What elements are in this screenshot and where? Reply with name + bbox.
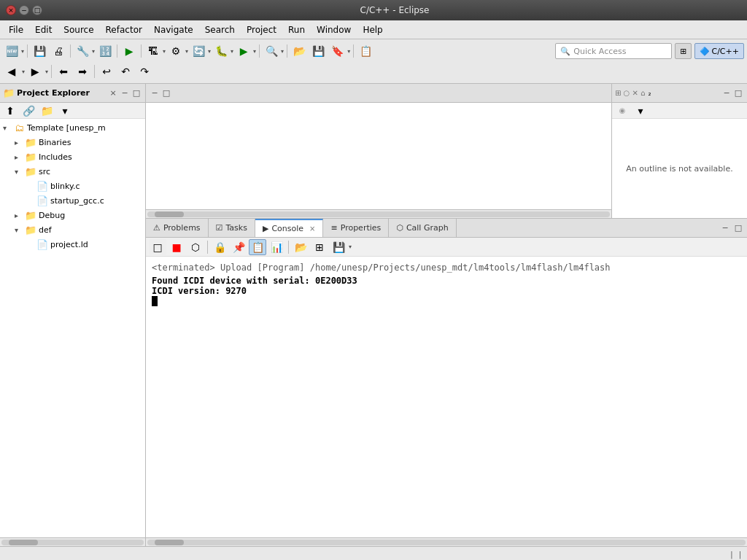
new-dropdown[interactable]: ▾ [21, 48, 24, 55]
console-scrolllock-btn[interactable]: 🔒 [211, 239, 228, 255]
menu-item-navigate[interactable]: Navigate [148, 23, 199, 37]
tools-dropdown[interactable]: ▾ [92, 48, 95, 55]
search-btn[interactable]: 🔍 [263, 43, 280, 59]
tree-item-src[interactable]: ▾📁src [0, 164, 145, 179]
tree-item-template[interactable]: ▾🗂Template [unesp_m [0, 120, 145, 135]
console-tab-console[interactable]: ▶Console× [255, 219, 324, 237]
sidebar-menu-button[interactable]: ▾ [56, 103, 74, 119]
tree-arrow-src[interactable]: ▾ [15, 168, 25, 176]
binary-button[interactable]: 🔢 [96, 43, 114, 59]
quick-access-search[interactable]: 🔍 Quick Access [555, 43, 672, 59]
refresh-button[interactable]: 🔄 [190, 43, 207, 59]
editor-h-scrollbar[interactable] [146, 209, 611, 218]
sidebar-close-icon[interactable]: × [107, 88, 119, 99]
editor-maximize-icon[interactable]: □ [160, 88, 172, 99]
sidebar-h-scrollbar[interactable] [0, 537, 145, 546]
console-terminate-btn[interactable]: ■ [168, 239, 185, 255]
editor-content[interactable] [146, 103, 611, 209]
menu-item-refactor[interactable]: Refactor [100, 23, 148, 37]
back-button[interactable]: ◀ [3, 63, 20, 79]
maximize-button[interactable]: □ [32, 5, 42, 15]
console-display-btn[interactable]: 📊 [268, 239, 285, 255]
new-folder-button[interactable]: 📁 [38, 103, 55, 119]
tree-item-projectld[interactable]: 📄project.ld [0, 237, 145, 252]
refresh-dropdown[interactable]: ▾ [208, 48, 211, 55]
sidebar-maximize-icon[interactable]: □ [131, 88, 142, 99]
tree-item-debug[interactable]: ▸📁Debug [0, 208, 145, 222]
sidebar-minimize-icon[interactable]: − [119, 88, 131, 99]
tree-arrow-binaries[interactable]: ▸ [15, 139, 25, 147]
run2-dropdown[interactable]: ▾ [253, 48, 256, 55]
tree-arrow-def[interactable]: ▾ [15, 226, 25, 234]
tree-arrow-debug[interactable]: ▸ [15, 211, 25, 219]
last-edit-button[interactable]: ↩ [98, 63, 115, 79]
new-button[interactable]: 🆕 [3, 43, 20, 59]
menu-item-run[interactable]: Run [282, 23, 311, 37]
perspective-list-button[interactable]: ⊞ [675, 43, 692, 59]
console-split-btn[interactable]: ⊞ [311, 239, 328, 255]
redo-button[interactable]: ↷ [136, 63, 153, 79]
compile-button[interactable]: ⚙ [167, 43, 185, 59]
console-minimize-icon[interactable]: − [719, 222, 731, 234]
tree-item-blinky[interactable]: 📄blinky.c [0, 179, 145, 193]
tree-arrow-includes[interactable]: ▸ [15, 153, 25, 161]
console-save-btn[interactable]: 💾 [330, 239, 347, 255]
next-edit-button[interactable]: ➡ [74, 63, 91, 79]
back-dropdown[interactable]: ▾ [22, 69, 25, 75]
console-new-btn[interactable]: 📋 [249, 239, 266, 255]
menu-item-help[interactable]: Help [357, 23, 388, 37]
outline-menu-icon[interactable]: ▾ [632, 103, 649, 119]
console-tab-problems[interactable]: ⚠Problems [146, 219, 209, 237]
tree-item-def[interactable]: ▾📁def [0, 222, 145, 237]
build-button[interactable]: 🏗 [144, 43, 162, 59]
console-disconnect-btn[interactable]: ⬡ [187, 239, 204, 255]
console-tab-call graph[interactable]: ⬡Call Graph [389, 219, 456, 237]
window-controls[interactable]: × − □ [6, 5, 42, 15]
menu-item-source[interactable]: Source [58, 23, 99, 37]
search-dropdown[interactable]: ▾ [281, 48, 284, 55]
link-editor-button[interactable]: 🔗 [20, 103, 37, 119]
history-button[interactable]: 📋 [357, 43, 374, 59]
tree-item-binaries[interactable]: ▸📁Binaries [0, 135, 145, 149]
outline-minimize-icon[interactable]: − [721, 88, 732, 99]
menu-item-file[interactable]: File [3, 23, 29, 37]
menu-item-project[interactable]: Project [241, 23, 282, 37]
run2-button[interactable]: ▶ [235, 43, 252, 59]
console-clear-btn[interactable]: □ [149, 239, 166, 255]
tree-arrow-template[interactable]: ▾ [3, 124, 13, 132]
menu-item-edit[interactable]: Edit [29, 23, 58, 37]
bookmark-button[interactable]: 🔖 [328, 43, 346, 59]
console-tab-properties[interactable]: ≡Properties [323, 219, 389, 237]
bookmark-dropdown[interactable]: ▾ [347, 48, 350, 55]
debug-button[interactable]: 🐛 [212, 43, 230, 59]
console-save-dropdown[interactable]: ▾ [349, 244, 352, 250]
forward-dropdown[interactable]: ▾ [45, 69, 48, 75]
save2-button[interactable]: 💾 [309, 43, 327, 59]
minimize-button[interactable]: − [19, 5, 29, 15]
menu-item-search[interactable]: Search [199, 23, 241, 37]
console-open-btn[interactable]: 📂 [292, 239, 309, 255]
outline-maximize-icon[interactable]: □ [732, 88, 744, 99]
outline-sync-icon[interactable]: ◉ [614, 103, 631, 119]
tree-item-startup[interactable]: 📄startup_gcc.c [0, 193, 145, 208]
console-maximize-icon[interactable]: □ [732, 222, 744, 234]
compile-dropdown[interactable]: ▾ [185, 48, 188, 55]
tree-item-includes[interactable]: ▸📁Includes [0, 149, 145, 164]
tools-button[interactable]: 🔧 [74, 43, 91, 59]
prev-edit-button[interactable]: ⬅ [55, 63, 72, 79]
tab-close-console[interactable]: × [309, 225, 315, 233]
console-pin-btn[interactable]: 📌 [230, 239, 247, 255]
open-button[interactable]: 📂 [290, 43, 308, 59]
close-button[interactable]: × [6, 5, 16, 15]
undo-button[interactable]: ↶ [117, 63, 134, 79]
console-h-scrollbar[interactable] [146, 537, 747, 546]
editor-minimize-icon[interactable]: − [149, 88, 160, 99]
collapse-all-button[interactable]: ⬆ [1, 103, 19, 119]
save-button[interactable]: 💾 [31, 43, 48, 59]
menu-item-window[interactable]: Window [311, 23, 357, 37]
build-dropdown[interactable]: ▾ [163, 48, 166, 55]
run-button[interactable]: ▶ [120, 43, 138, 59]
debug-dropdown[interactable]: ▾ [231, 48, 233, 55]
perspective-cpp-button[interactable]: 🔷 C/C++ [694, 43, 744, 59]
print-button[interactable]: 🖨 [50, 43, 67, 59]
